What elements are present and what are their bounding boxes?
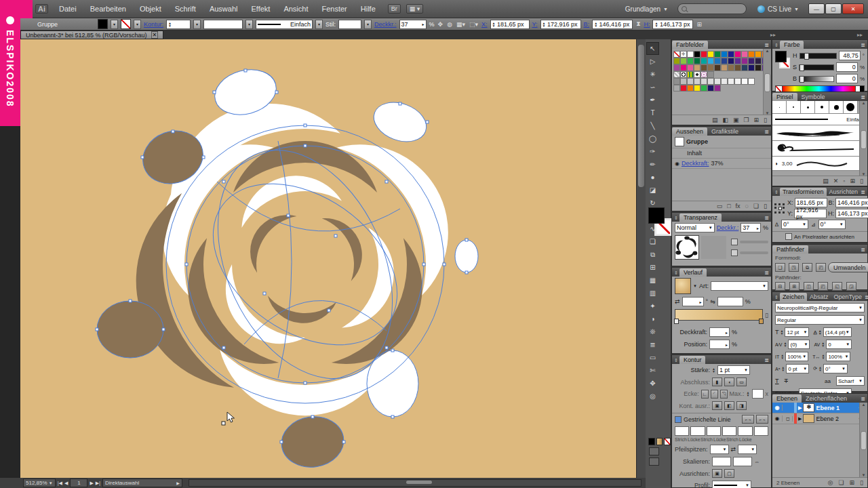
- antialias-select[interactable]: Scharf▼: [836, 376, 865, 386]
- swatch-libraries-icon[interactable]: ▤: [712, 117, 718, 123]
- arrange-documents-button[interactable]: ▦ ▾: [406, 4, 424, 14]
- horizontal-scrollbar[interactable]: [189, 479, 642, 487]
- pathfinder-button-5[interactable]: ◲: [846, 282, 856, 291]
- y-field[interactable]: ▲▼ 172,916 px: [540, 20, 581, 29]
- draw-mode-button[interactable]: [649, 447, 659, 455]
- anchor-point[interactable]: [304, 144, 307, 147]
- swatch[interactable]: [673, 85, 680, 92]
- dash-field-3[interactable]: [738, 426, 752, 436]
- artboard-tool[interactable]: ▭: [646, 351, 659, 364]
- anchor-point[interactable]: [141, 156, 144, 159]
- miter-join-button[interactable]: ∟: [701, 390, 709, 399]
- font-family-select[interactable]: NeuropoliticalRg-Regular ▼: [775, 303, 865, 312]
- anchor-point[interactable]: [304, 382, 307, 384]
- arrowhead-end-select[interactable]: ▼: [738, 445, 757, 454]
- leading-select[interactable]: (14,4 pt)▼: [823, 327, 852, 337]
- swatch[interactable]: [687, 71, 694, 78]
- hue-field[interactable]: 48,75: [839, 51, 861, 60]
- round-cap-button[interactable]: ◖: [724, 378, 734, 386]
- dash-field-1[interactable]: [675, 426, 689, 436]
- calligraphic-brush[interactable]: [815, 101, 829, 113]
- swatch[interactable]: [707, 85, 714, 92]
- saturation-field[interactable]: 0: [836, 62, 858, 72]
- swatch[interactable]: [734, 51, 741, 58]
- preserve-dash-icon[interactable]: ⌐ ¬: [742, 415, 754, 424]
- swatch[interactable]: [755, 58, 762, 64]
- x-field[interactable]: ▲▼ 181,65 px: [490, 20, 530, 29]
- swatch[interactable]: [734, 58, 741, 64]
- tab-ausrichten[interactable]: Ausrichten: [827, 188, 861, 196]
- anchor-point[interactable]: [222, 346, 225, 349]
- expand-arrow-icon[interactable]: ▶: [798, 405, 802, 411]
- swatch[interactable]: [741, 58, 748, 64]
- next-artboard-icon[interactable]: ▶: [90, 481, 93, 486]
- slice-tool[interactable]: ✄: [646, 364, 659, 377]
- brushes-scrollbar[interactable]: ▲▼: [859, 101, 867, 176]
- swatch[interactable]: [701, 64, 707, 71]
- miter-limit-field[interactable]: [752, 389, 764, 399]
- blend-mode-select[interactable]: Normal ▼: [675, 223, 715, 232]
- swatch[interactable]: [714, 64, 721, 71]
- link-scale-icon[interactable]: ⇔: [754, 459, 760, 465]
- object-thumbnail[interactable]: [675, 235, 699, 260]
- swatch[interactable]: [694, 64, 701, 71]
- new-brush-icon[interactable]: ⊞: [850, 178, 856, 184]
- anchor-point[interactable]: [129, 300, 132, 302]
- fill-swatch[interactable]: [98, 19, 108, 29]
- swatch[interactable]: [728, 64, 734, 71]
- panel-expander[interactable]: ⇕: [772, 295, 780, 301]
- expand-button[interactable]: Umwandeln: [828, 262, 868, 272]
- swatch[interactable]: [694, 71, 701, 78]
- maximize-button[interactable]: ▢: [825, 3, 842, 14]
- width-label[interactable]: B:: [584, 21, 590, 28]
- status-tool-indicator[interactable]: Direktauswahl ▶: [102, 479, 182, 487]
- tab-kontur[interactable]: Kontur: [679, 356, 706, 364]
- perspective-grid-tool[interactable]: ⊞: [646, 261, 659, 274]
- tab-farbe[interactable]: Farbe: [780, 41, 804, 49]
- panel-menu-icon[interactable]: ≣: [764, 129, 771, 136]
- app-logo[interactable]: Ai: [35, 4, 48, 14]
- prev-artboard-icon[interactable]: ◀: [64, 481, 68, 486]
- swatch[interactable]: [748, 78, 755, 85]
- menu-hilfe[interactable]: Hilfe: [354, 5, 382, 13]
- add-effect-icon[interactable]: fx: [736, 203, 741, 209]
- brightness-knob[interactable]: [800, 76, 804, 83]
- tracking-select[interactable]: 0▼: [826, 340, 852, 349]
- tab-opentype[interactable]: OpenType: [831, 293, 865, 301]
- remove-brush-stroke-icon[interactable]: ✕: [833, 178, 839, 184]
- align-outside-button[interactable]: ◨: [736, 401, 747, 410]
- shape-mode-button-2[interactable]: ⧉: [802, 263, 812, 272]
- opacity-field[interactable]: 37 ▸: [741, 223, 761, 232]
- swatch[interactable]: [728, 51, 734, 58]
- y-field[interactable]: 172,916 px: [794, 209, 827, 218]
- gradient-thumbnail[interactable]: [675, 278, 691, 294]
- select-similar-icon[interactable]: ⬚▾: [469, 21, 479, 28]
- menu-ansicht[interactable]: Ansicht: [277, 5, 315, 13]
- anchor-point[interactable]: [465, 271, 468, 274]
- panel-menu-icon[interactable]: ≣: [764, 270, 771, 277]
- anchor-point[interactable]: [385, 346, 388, 349]
- new-color-group-icon[interactable]: ❐: [743, 117, 749, 123]
- menu-objekt[interactable]: Objekt: [133, 5, 168, 13]
- panel-menu-icon[interactable]: ≣: [865, 294, 868, 301]
- opacity-field[interactable]: 37 ▸: [399, 20, 427, 29]
- swatch[interactable]: [714, 78, 721, 85]
- font-size-select[interactable]: 12 pt▼: [785, 327, 809, 337]
- shape-mode-button-3[interactable]: ◰: [816, 263, 826, 272]
- stroke-panel-link[interactable]: Kontur:: [144, 21, 163, 28]
- paintbrush-tool[interactable]: ✑: [646, 145, 659, 158]
- hand-tool[interactable]: ✥: [646, 377, 659, 390]
- fill-color-box[interactable]: [648, 207, 665, 224]
- pathfinder-button-2[interactable]: ◫: [804, 282, 814, 291]
- panel-expander[interactable]: ⇕: [772, 43, 780, 49]
- variable-width-profile[interactable]: [203, 20, 243, 29]
- swatch[interactable]: [694, 78, 701, 85]
- swatch[interactable]: [687, 58, 694, 64]
- duplicate-item-icon[interactable]: ❏: [753, 203, 759, 209]
- swatch-kinds-icon[interactable]: ◧: [722, 117, 728, 123]
- delete-stop-icon[interactable]: ▯: [765, 312, 768, 319]
- wave-brush-row[interactable]: ◗ 3,00: [772, 157, 867, 171]
- swatch[interactable]: [680, 64, 687, 71]
- tab-transformieren[interactable]: Transformieren: [780, 188, 827, 196]
- hue-slider[interactable]: [800, 53, 837, 59]
